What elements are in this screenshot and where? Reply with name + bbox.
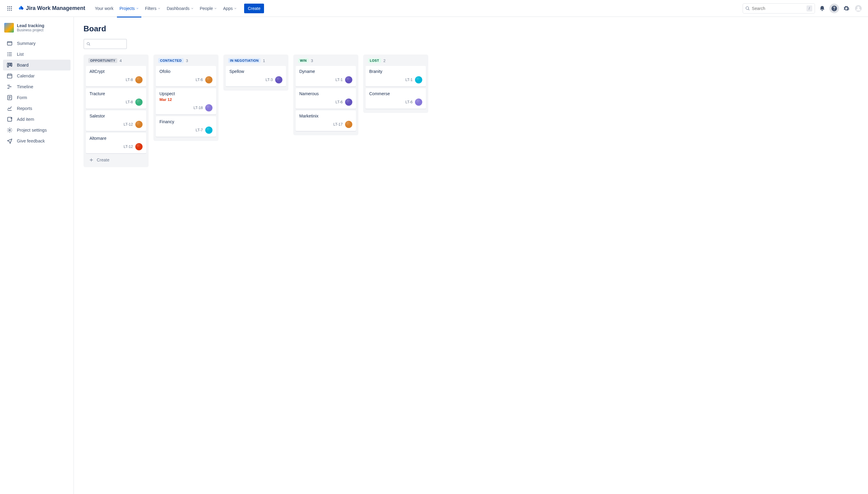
card-title: Namerous xyxy=(299,91,352,96)
app-switcher-button[interactable] xyxy=(5,4,15,13)
sidebar-item-project-settings[interactable]: Project settings xyxy=(3,125,71,136)
create-card-button[interactable]: Create xyxy=(86,155,146,165)
card-title: Ofolio xyxy=(160,69,213,74)
card[interactable]: SpellowLT-3 xyxy=(226,66,286,87)
sidebar-item-give-feedback[interactable]: Give feedback xyxy=(3,136,71,146)
assignee-avatar[interactable] xyxy=(415,98,422,106)
project-sidebar: Lead tracking Business project SummaryLi… xyxy=(0,17,74,494)
column-in-negotiation: IN NEGOTIATION1SpellowLT-3 xyxy=(223,55,289,91)
card-title: Marketinix xyxy=(299,114,352,118)
card-key: LT-18 xyxy=(193,106,203,110)
nav-item-dashboards[interactable]: Dashboards xyxy=(164,1,196,17)
sidebar-item-label: Calendar xyxy=(17,74,35,78)
column-count: 4 xyxy=(119,58,122,63)
project-header[interactable]: Lead tracking Business project xyxy=(3,23,71,38)
nav-item-projects[interactable]: Projects xyxy=(117,1,141,17)
product-name: Jira Work Management xyxy=(26,5,85,12)
assignee-avatar[interactable] xyxy=(205,127,213,134)
assignee-avatar[interactable] xyxy=(205,76,213,83)
plus-icon xyxy=(89,157,94,163)
sidebar-item-calendar[interactable]: Calendar xyxy=(3,71,71,81)
card[interactable]: FinancyLT-7 xyxy=(156,116,216,137)
column-name[interactable]: CONTACTED xyxy=(158,58,184,63)
search-input[interactable] xyxy=(752,6,805,11)
card[interactable]: NamerousLT-6 xyxy=(296,88,356,109)
card[interactable]: TractureLT-8 xyxy=(86,88,146,109)
card-title: Upspect xyxy=(160,91,213,96)
top-nav: Jira Work Management Your workProjectsFi… xyxy=(0,0,868,17)
card-title: Spellow xyxy=(229,69,282,74)
sidebar-item-label: Summary xyxy=(17,41,36,46)
card[interactable]: AltCryptLT-8 xyxy=(86,66,146,87)
reports-icon xyxy=(7,106,13,111)
assignee-avatar[interactable] xyxy=(345,76,352,83)
card[interactable]: SalestorLT-12 xyxy=(86,111,146,131)
help-button[interactable] xyxy=(829,4,839,13)
column-name[interactable]: LOST xyxy=(368,58,381,63)
nav-item-your-work[interactable]: Your work xyxy=(93,1,116,17)
assignee-avatar[interactable] xyxy=(135,98,143,106)
product-logo[interactable]: Jira Work Management xyxy=(16,5,88,12)
sidebar-item-label: Add item xyxy=(17,117,34,122)
form-icon xyxy=(7,95,13,101)
card-key: LT-12 xyxy=(124,122,133,127)
card[interactable]: AltomareLT-12 xyxy=(86,133,146,153)
sidebar-item-form[interactable]: Form xyxy=(3,92,71,103)
card[interactable]: BranityLT-1 xyxy=(366,66,426,87)
app-grid-icon xyxy=(7,5,13,12)
sidebar-item-label: Give feedback xyxy=(17,138,45,144)
global-search[interactable]: / xyxy=(743,3,815,14)
profile-button[interactable] xyxy=(853,4,863,13)
assignee-avatar[interactable] xyxy=(135,143,143,150)
card[interactable]: UpspectMar 12LT-18 xyxy=(156,88,216,114)
assignee-avatar[interactable] xyxy=(275,76,282,83)
assignee-avatar[interactable] xyxy=(135,121,143,128)
gear-icon xyxy=(843,5,850,12)
column-name[interactable]: OPPORTUNITY xyxy=(88,58,117,63)
sidebar-item-summary[interactable]: Summary xyxy=(3,38,71,49)
sidebar-item-label: Board xyxy=(17,63,29,68)
card[interactable]: CommerseLT-6 xyxy=(366,88,426,109)
assignee-avatar[interactable] xyxy=(345,98,352,106)
column-count: 3 xyxy=(186,58,188,63)
card-key: LT-1 xyxy=(405,78,412,82)
board-search[interactable] xyxy=(84,39,127,49)
chevron-down-icon xyxy=(214,7,217,10)
sidebar-item-timeline[interactable]: Timeline xyxy=(3,81,71,92)
notifications-button[interactable] xyxy=(817,4,827,13)
help-icon xyxy=(831,5,837,12)
sidebar-item-add-item[interactable]: Add item xyxy=(3,114,71,125)
column-name[interactable]: IN NEGOTIATION xyxy=(228,58,260,63)
search-shortcut-hint: / xyxy=(807,5,812,12)
card-key: LT-8 xyxy=(126,100,133,104)
create-button[interactable]: Create xyxy=(244,4,264,13)
card-key: LT-3 xyxy=(265,78,273,82)
jira-logo-icon xyxy=(18,5,24,12)
card[interactable]: DynameLT-1 xyxy=(296,66,356,87)
card-title: Branity xyxy=(369,69,422,74)
assignee-avatar[interactable] xyxy=(205,104,213,111)
nav-item-label: Projects xyxy=(119,6,135,11)
assignee-avatar[interactable] xyxy=(345,121,352,128)
nav-item-people[interactable]: People xyxy=(198,1,220,17)
nav-item-apps[interactable]: Apps xyxy=(221,1,239,17)
sidebar-item-board[interactable]: Board xyxy=(3,60,71,71)
add-icon xyxy=(7,116,13,122)
project-type: Business project xyxy=(17,28,44,32)
assignee-avatar[interactable] xyxy=(135,76,143,83)
nav-item-filters[interactable]: Filters xyxy=(143,1,163,17)
card[interactable]: MarketinixLT-17 xyxy=(296,111,356,131)
settings-button[interactable] xyxy=(842,4,851,13)
nav-item-label: Filters xyxy=(145,6,156,11)
column-name[interactable]: WIN xyxy=(298,58,309,63)
card-title: Financy xyxy=(160,119,213,124)
assignee-avatar[interactable] xyxy=(415,76,422,83)
main-content: Board OPPORTUNITY4AltCryptLT-8TractureLT… xyxy=(74,17,868,494)
board-search-input[interactable] xyxy=(92,42,124,46)
card[interactable]: OfolioLT-6 xyxy=(156,66,216,87)
feedback-icon xyxy=(7,138,13,144)
user-avatar-icon xyxy=(855,5,862,12)
nav-item-label: Your work xyxy=(95,6,114,11)
sidebar-item-list[interactable]: List xyxy=(3,49,71,60)
sidebar-item-reports[interactable]: Reports xyxy=(3,103,71,114)
